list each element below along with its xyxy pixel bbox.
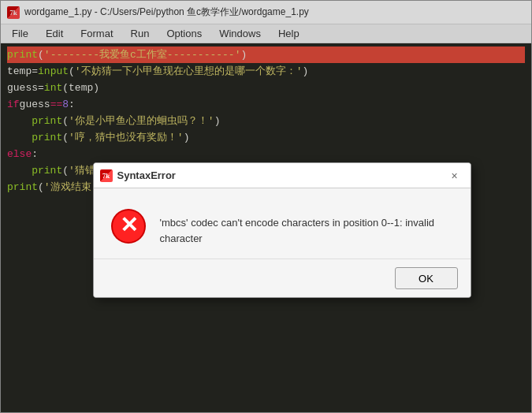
svg-text:✕: ✕ — [119, 213, 137, 237]
dialog-app-icon: 7k — [100, 169, 113, 182]
dialog-overlay: 7k SyntaxError × ✕ 'mbcs' codec can't en… — [0, 0, 532, 413]
dialog-title-bar: 7k SyntaxError × — [94, 163, 471, 188]
dialog-footer: OK — [94, 259, 471, 297]
dialog-title: SyntaxError — [117, 169, 441, 181]
dialog-close-button[interactable]: × — [445, 166, 464, 185]
ok-button[interactable]: OK — [395, 267, 458, 289]
dialog-body: ✕ 'mbcs' codec can't encode characters i… — [94, 188, 471, 259]
syntax-error-dialog: 7k SyntaxError × ✕ 'mbcs' codec can't en… — [93, 162, 471, 298]
error-icon: ✕ — [110, 207, 147, 245]
dialog-message: 'mbcs' codec can't encode characters in … — [160, 207, 455, 246]
